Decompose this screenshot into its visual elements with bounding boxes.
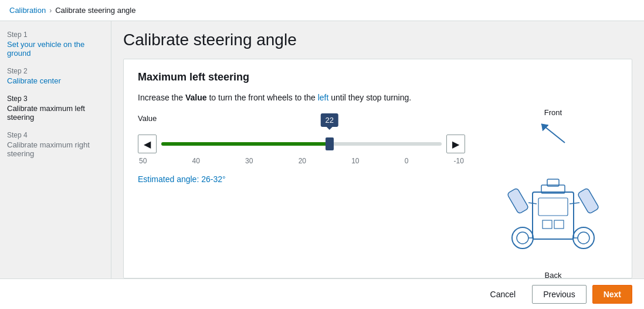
previous-button[interactable]: Previous	[532, 285, 586, 304]
step3-label: Step 3	[7, 95, 104, 103]
value-label: Value	[138, 114, 465, 123]
card: Maximum left steering Increase the Value…	[123, 59, 632, 278]
tick-10: 10	[351, 157, 359, 165]
next-button[interactable]: Next	[592, 285, 632, 304]
main-layout: Step 1 Set your vehicle on the ground St…	[0, 21, 644, 278]
step3-title: Calibrate maximum left steering	[7, 104, 104, 122]
instruction-highlight: left	[318, 93, 329, 102]
slider-track-bg	[161, 142, 442, 146]
cancel-button[interactable]: Cancel	[480, 286, 527, 303]
step2-label: Step 2	[7, 67, 104, 75]
svg-rect-5	[543, 220, 552, 229]
instruction-suffix: until they stop turning.	[328, 93, 411, 102]
svg-rect-11	[507, 188, 528, 214]
slider-thumb[interactable]	[326, 137, 334, 150]
robot-front-label: Front	[544, 108, 562, 117]
breadcrumb-current: Calibrate steering angle	[55, 6, 135, 15]
tick-40: 40	[192, 157, 200, 165]
sidebar-item-step2[interactable]: Step 2 Calibrate center	[7, 67, 104, 85]
svg-point-8	[517, 232, 528, 244]
slider-increment-button[interactable]: ▶	[446, 135, 465, 153]
slider-row: ◀ 22 ▶	[138, 135, 465, 153]
breadcrumb-separator: ›	[49, 6, 52, 15]
tick-neg10: -10	[454, 157, 464, 165]
tick-0: 0	[405, 157, 409, 165]
estimated-angle: Estimated angle: 26-32°	[138, 174, 465, 184]
step2-title[interactable]: Calibrate center	[7, 76, 104, 85]
content-area: Calibrate steering angle Maximum left st…	[111, 21, 644, 278]
step1-label: Step 1	[7, 31, 104, 39]
robot-svg	[500, 151, 606, 268]
sidebar: Step 1 Set your vehicle on the ground St…	[0, 21, 111, 278]
robot-arrow	[535, 119, 571, 149]
step4-title: Calibrate maximum right steering	[7, 140, 104, 158]
tick-50: 50	[139, 157, 147, 165]
slider-tooltip: 22	[321, 113, 338, 127]
step1-title[interactable]: Set your vehicle on the ground	[7, 40, 104, 58]
breadcrumb-bar: Calibration › Calibrate steering angle	[0, 0, 644, 21]
sidebar-item-step4: Step 4 Calibrate maximum right steering	[7, 131, 104, 158]
svg-rect-4	[538, 198, 568, 216]
tick-20: 20	[299, 157, 306, 165]
sidebar-item-step1[interactable]: Step 1 Set your vehicle on the ground	[7, 31, 104, 58]
sidebar-item-step3: Step 3 Calibrate maximum left steering	[7, 95, 104, 122]
step4-label: Step 4	[7, 131, 104, 139]
footer: Cancel Previous Next	[0, 278, 644, 309]
instruction-middle: to turn the front wheels to the	[207, 93, 318, 102]
svg-rect-12	[577, 188, 599, 214]
slider-ticks: 50 40 30 20 10 0 -10	[138, 157, 465, 165]
instruction-text: Increase the Value to turn the front whe…	[138, 93, 618, 102]
breadcrumb-parent-link[interactable]: Calibration	[9, 6, 46, 15]
tick-30: 30	[245, 157, 253, 165]
instruction-prefix: Increase the	[138, 93, 185, 102]
slider-track-wrapper[interactable]: 22	[161, 135, 442, 153]
svg-rect-6	[554, 220, 564, 229]
svg-point-10	[578, 232, 589, 244]
robot-illustration: Front	[489, 108, 618, 278]
robot-back-label: Back	[545, 271, 562, 278]
slider-decrement-button[interactable]: ◀	[138, 135, 157, 153]
instruction-bold: Value	[185, 93, 207, 102]
svg-line-14	[570, 203, 579, 204]
slider-track-fill	[161, 142, 330, 146]
card-section-title: Maximum left steering	[138, 71, 618, 83]
slider-section: Value ◀ 22 ▶	[138, 114, 618, 278]
slider-container: Value ◀ 22 ▶	[138, 114, 465, 184]
page-title: Calibrate steering angle	[123, 31, 632, 49]
svg-line-13	[528, 203, 537, 204]
